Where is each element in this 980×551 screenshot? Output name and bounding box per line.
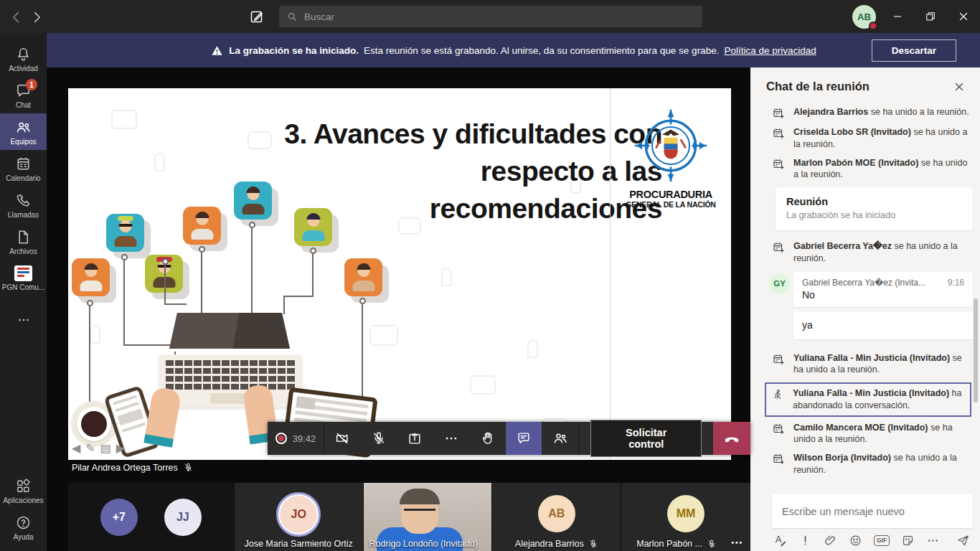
mic-toggle-button[interactable] [360,422,397,455]
next-slide-icon[interactable]: ▶ [116,441,125,455]
back-icon[interactable] [9,9,23,24]
shared-screen-slide: 3. Avances y dificultades con respecto a… [68,88,731,460]
emoji-icon[interactable] [849,534,862,547]
privacy-policy-link[interactable]: Política de privacidad [724,45,816,56]
meeting-timer: 39:42 [293,433,316,444]
sidebar-item-ayuda[interactable]: Ayuda [0,509,47,545]
dismiss-button[interactable]: Descartar [872,39,956,62]
new-message-box[interactable] [772,494,973,528]
illustration-avatar [72,258,110,296]
mic-off-icon [183,462,194,473]
request-control-button[interactable]: Solicitar control [590,420,702,457]
teams-icon [15,119,32,136]
camera-toggle-button[interactable] [324,422,361,455]
send-icon[interactable] [956,534,970,547]
chat-event: Camilo Mancera MOE (Invitado) se ha unid… [772,422,973,446]
compose-icon[interactable] [248,8,265,25]
chat-event: Gabriel Becerra Ya�ez se ha unido a la r… [772,240,973,265]
avatar[interactable]: JJ [164,499,202,536]
recording-indicator: 39:42 [268,422,324,455]
prev-slide-icon[interactable]: ◀ [72,441,80,455]
forward-icon[interactable] [29,9,43,24]
network-node [162,258,169,265]
slide-divider [610,88,611,460]
recording-banner: La grabación se ha iniciado. Esta reunió… [47,33,980,67]
pen-icon[interactable]: ✎ [85,441,95,455]
coffee [81,411,107,437]
participant-tile[interactable]: MM Marlon Pabón ... ••• [621,483,750,551]
compass-emblem-icon [633,108,708,183]
sidebar-more-apps[interactable] [0,307,47,331]
chat-scrollbar[interactable] [974,298,978,402]
app-rail: Actividad 1 Chat Equipos Calendario Llam… [0,33,47,551]
message-text: No [802,289,964,301]
sidebar-item-archivos[interactable]: Archivos [0,223,47,260]
chat-event: Criselda Lobo SR (Invitado) se ha unido … [772,126,973,151]
video-person-glasses [404,509,435,516]
network-line [283,296,314,297]
gif-icon[interactable]: GIF [874,535,890,546]
close-chat-icon[interactable] [953,80,966,93]
restore-icon[interactable] [914,0,947,33]
chat-event: Wilson Borja (Invitado) se ha unido a la… [772,452,973,476]
banner-bold-text: La grabación se ha iniciado. [229,45,359,56]
hand-left [143,386,182,448]
importance-icon[interactable] [798,534,812,547]
participant-strip: +7 JJ JO Jose Maria Sarmiento Ortiz Rodr… [68,483,750,551]
status-busy-dot [869,22,877,30]
participant-overflow-tile[interactable]: +7 JJ [68,483,234,551]
more-actions-button[interactable] [433,422,470,455]
network-line [123,260,125,344]
person-left-icon [771,388,784,401]
video-person-hair [400,489,440,504]
new-message-input[interactable] [782,506,963,517]
pattern-hand [527,339,538,358]
share-button[interactable] [397,422,433,455]
meeting-chat-button[interactable] [506,422,542,455]
more-icon[interactable] [926,534,940,547]
pattern-hand [441,268,452,286]
format-icon[interactable] [773,534,787,547]
participant-tile[interactable]: AB Alejandra Barrios [492,483,621,551]
hangup-button[interactable] [713,422,750,455]
calendar-add-icon [772,127,785,140]
sidebar-item-calendario[interactable]: Calendario [0,150,47,187]
illustration-avatar [183,207,221,245]
help-icon [15,514,32,531]
calendar-add-icon [772,241,785,254]
network-node [310,248,316,254]
sidebar-item-aplicaciones[interactable]: Aplicaciones [0,472,47,509]
show-participants-button[interactable] [542,422,578,455]
illustration-avatar [234,182,272,220]
participant-tile[interactable]: JO Jose Maria Sarmiento Ortiz [235,483,363,551]
search-bar[interactable] [279,6,702,27]
network-line [123,344,176,346]
message-author: Gabriel Becerra Ya�ez (Invita... [802,278,942,288]
sidebar-item-chat[interactable]: 1 Chat [0,77,47,113]
overflow-count-avatar[interactable]: +7 [100,499,138,536]
sidebar-item-actividad[interactable]: Actividad [0,40,47,77]
notes-icon[interactable]: ▤ [100,441,111,455]
chat-panel-title: Chat de la reunión [766,80,953,93]
avatar[interactable]: AB [852,5,876,29]
minimize-icon[interactable] [881,0,914,33]
calendar-add-icon [772,158,785,171]
file-icon [15,229,32,245]
calendar-icon [15,156,32,172]
attach-icon[interactable] [824,534,837,547]
sidebar-item-pgn-app[interactable]: PGN Comu... [0,260,47,296]
search-input[interactable] [304,11,695,22]
close-icon[interactable] [947,0,980,33]
avatar: GY [769,273,790,294]
participant-tile-video[interactable]: Rodrigo Londoño (Invitado) [364,483,492,551]
sticker-icon[interactable] [901,534,915,547]
raise-hand-button[interactable] [469,422,506,455]
chat-message-list: Alejandra Barrios se ha unido a la reuni… [750,100,980,181]
camera-off-icon [334,430,350,446]
banner-text: Esta reunión se está grabando. Al unirse… [364,45,719,56]
sidebar-item-llamadas[interactable]: Llamadas [0,187,47,223]
pattern-bubble [369,325,398,346]
tile-more-icon[interactable]: ••• [731,539,743,547]
sidebar-item-equipos[interactable]: Equipos [0,113,47,150]
network-line [283,296,285,314]
